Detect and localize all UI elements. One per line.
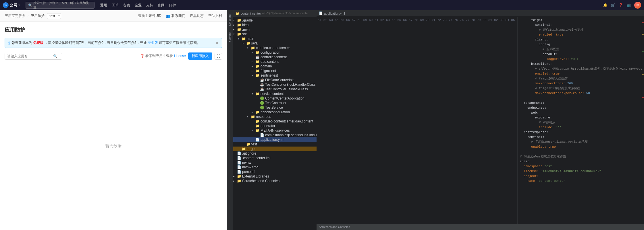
tree-item[interactable]: 📄pom.xml <box>233 169 317 174</box>
banner-close-icon[interactable]: ✕ <box>215 41 219 45</box>
tree-item[interactable]: ▾📁sentineltest <box>233 73 317 78</box>
tree-item[interactable]: ☕TestControllerBlockHandlerClass <box>233 82 317 87</box>
tree-label: META-INF.services <box>260 128 290 132</box>
tree-item[interactable]: 📄.gitignore <box>233 151 317 156</box>
info-banner: ℹ 您当前版本为 免费版 ，流控降级体验期还剩7天，当前节点0，当日剩余免费节点… <box>5 38 222 48</box>
tree-item[interactable]: 🟢TestController <box>233 101 317 105</box>
tree-arrow-icon: ▾ <box>233 19 237 22</box>
help-link[interactable]: 帮助文档 <box>208 13 222 18</box>
tree-label: test <box>250 142 257 146</box>
commit-tab[interactable]: Commit <box>227 30 232 43</box>
tree-item[interactable]: 🟢ContentCenterApplication <box>233 96 317 101</box>
tree-item[interactable]: 📄.content-center.iml <box>233 156 317 160</box>
tree-item[interactable]: 📄mvnw <box>233 160 317 165</box>
line-numbers: 51 52 53 54 55 56 57 58 59 60 61 62 63 6… <box>317 17 518 224</box>
license-link[interactable]: License <box>174 54 186 58</box>
cart-icon[interactable]: 🛒 <box>611 3 615 7</box>
tree-item[interactable]: ▸📁ribbonconfiguration <box>233 110 317 114</box>
tree-item[interactable]: 📁generator <box>233 124 317 128</box>
bottom-panel: Scratches and Consoles <box>317 224 644 230</box>
nav-link-6[interactable]: 邮件 <box>169 3 176 8</box>
tree-file-icon: ☕ <box>260 83 264 87</box>
banner-text1: 您当前版本为 免费版 ，流控降级体验期还剩7天，当前节点0，当日剩余免费节点5，… <box>11 40 200 45</box>
product-link[interactable]: 产品动态 <box>190 13 204 18</box>
tree-label: ContentCenterApplication <box>264 96 304 100</box>
tree-item[interactable]: 📁test <box>233 142 317 147</box>
pro-link[interactable]: 专业版 <box>148 41 158 45</box>
tree-item[interactable]: ▸📁External Libraries <box>233 174 317 179</box>
tree-arrow-icon: ▸ <box>233 175 237 178</box>
tree-file-icon: ☕ <box>260 87 264 91</box>
tree-item[interactable]: ▾📁.gradle <box>233 18 317 23</box>
tree-file-icon: 📁 <box>246 142 250 146</box>
uid-link[interactable]: 查看主账号UID <box>138 13 161 18</box>
file-tree-content[interactable]: ▾📁.gradle▸📁idea▸📁.mvn▾📁src▾📁main▾📁java▾📁… <box>233 17 317 230</box>
tree-arrow-icon: ▸ <box>252 69 255 72</box>
nav-link-5[interactable]: 官网 <box>158 3 165 8</box>
tree-item[interactable]: ▾📁resources <box>233 114 317 119</box>
tree-label: External Libraries <box>241 174 269 178</box>
tree-item[interactable]: 📄application.yml <box>233 137 317 142</box>
tree-item[interactable]: ▾📁service.content <box>233 91 317 96</box>
tree-item[interactable]: ▾📁com.leo.contentcenter <box>233 46 317 50</box>
contact-link[interactable]: 👥 联系我们 <box>166 13 185 18</box>
tree-file-icon: 📄 <box>237 170 241 174</box>
nav-link-2[interactable]: 备案 <box>123 3 130 8</box>
tree-label: src <box>241 32 247 36</box>
code-lines[interactable]: feign: sentinel: # 开feign对sentinel的支持 en… <box>518 17 642 224</box>
structure-tab[interactable]: Structure <box>227 13 232 28</box>
nav-link-1[interactable]: 工单 <box>112 3 119 8</box>
tree-item[interactable]: ▸📁configuration <box>233 50 317 55</box>
tree-item[interactable]: ▸📁feignclient <box>233 69 317 73</box>
tree-item[interactable]: 📄mvnw.cmd <box>233 165 317 169</box>
tree-label: com.alibaba.csp.sentinel.init.InitFunc <box>264 133 317 137</box>
nav-link-0[interactable]: 通用 <box>100 3 107 8</box>
main-layout: 应用宝完服务 / 应用防护 test 查看主账号UID 👥 联系我们 产品动态 … <box>0 10 644 230</box>
tree-item[interactable]: 📁target <box>233 147 317 151</box>
media-icon[interactable]: 📺 <box>626 3 631 7</box>
tree-item[interactable]: 📁com.leo.contentcenter.dao.content <box>233 119 317 124</box>
tree-item[interactable]: ▾📁java <box>233 41 317 46</box>
tree-item[interactable]: ▸📁idea <box>233 23 317 27</box>
tree-item[interactable]: ▸📁Scratches and Consoles <box>233 179 317 183</box>
tree-item[interactable]: ▸📁dao.content <box>233 59 317 64</box>
tree-item[interactable]: 🟢TestService <box>233 105 317 110</box>
tree-label: .content-center.iml <box>241 156 270 160</box>
tree-item[interactable]: ▾📁main <box>233 36 317 41</box>
yaml-icon: 📄 <box>319 11 323 15</box>
app-select[interactable]: test <box>47 13 61 19</box>
tree-item[interactable]: ▸📁domain <box>233 64 317 69</box>
avatar[interactable]: 用 <box>634 2 641 9</box>
logo-icon: 云 <box>3 2 9 8</box>
tree-label: target <box>246 147 256 151</box>
expand-button[interactable]: ⛶ <box>215 53 222 60</box>
tree-item[interactable]: ▸📁.mvn <box>233 27 317 32</box>
tree-item[interactable]: ▾📁src <box>233 32 317 36</box>
tree-arrow-icon: ▸ <box>252 129 255 132</box>
code-file-name: application.yml <box>324 12 345 15</box>
question-icon[interactable]: ❓ <box>619 3 623 7</box>
search-icon: 🔍 <box>28 3 32 7</box>
tree-item[interactable]: 📄com.alibaba.csp.sentinel.init.InitFunc <box>233 133 317 137</box>
tree-item[interactable]: ☕FileDataSourceInit <box>233 78 317 82</box>
logo[interactable]: 云 公网 ▾ <box>3 2 20 8</box>
logo-text: 公网 <box>10 3 17 8</box>
breadcrumb-parent[interactable]: 应用宝完服务 <box>5 13 25 18</box>
tree-file-icon: 📄 <box>237 156 241 160</box>
tree-file-icon: 📄 <box>255 138 260 142</box>
tree-item[interactable]: ▸📁META-INF.services <box>233 128 317 133</box>
search-bar[interactable]: 🔍 搜索文件、控制台、API、解决方案和资源 <box>26 2 95 9</box>
question-mark-icon: ❓ <box>140 54 144 58</box>
scratches-item[interactable]: Scratches and Consoles <box>319 225 350 229</box>
tree-item[interactable]: ☕TestControllerFallbackClass <box>233 87 317 91</box>
project-path: – D:\学习\Java\SCAS\content-center <box>262 11 308 15</box>
search-input[interactable] <box>7 54 53 58</box>
file-tree-header: 📁 content-center – D:\学习\Java\SCAS\conte… <box>233 10 317 17</box>
nav-link-4[interactable]: 支持 <box>146 3 153 8</box>
tree-item[interactable]: ☕controller.content <box>233 55 317 59</box>
tree-file-icon: 📁 <box>237 174 241 178</box>
nav-link-3[interactable]: 企业 <box>135 3 142 8</box>
bell-icon[interactable]: 🔔 <box>603 3 608 7</box>
tree-file-icon: 📁 <box>255 69 260 73</box>
add-app-button[interactable]: 新应用接入 <box>188 52 212 60</box>
